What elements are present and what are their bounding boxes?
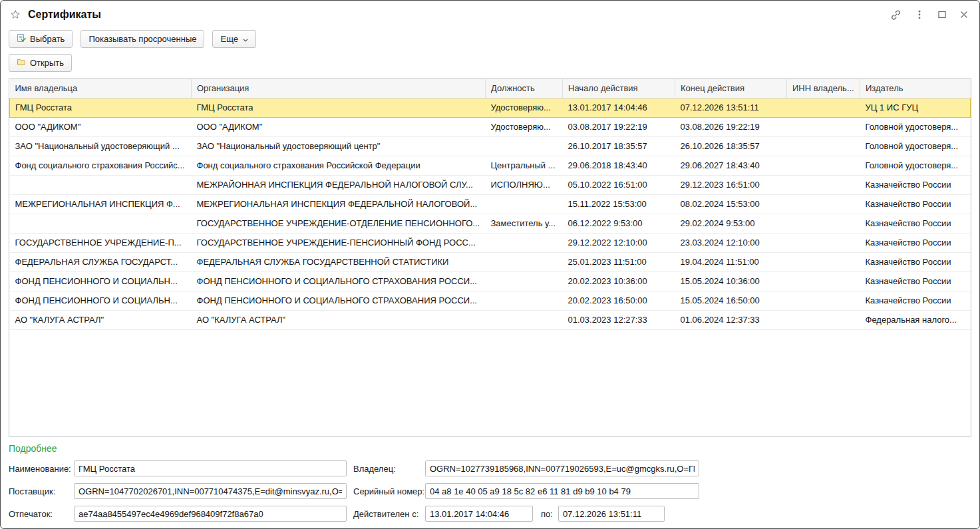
more-menu-icon[interactable] [914,9,925,20]
table-row[interactable]: ГОСУДАРСТВЕННОЕ УЧРЕЖДЕНИЕ-П... ГОСУДАРС… [10,233,971,252]
cell-organization: ГОСУДАРСТВЕННОЕ УЧРЕЖДЕНИЕ-ПЕНСИОННЫЙ ФО… [192,233,486,252]
cell-valid-from: 29.12.2022 12:10:00 [563,233,675,252]
details-link[interactable]: Подробнее [9,443,57,454]
maximize-button[interactable] [937,10,947,19]
thumbprint-field[interactable] [74,506,347,522]
table-row[interactable]: ФОНД ПЕНСИОННОГО И СОЦИАЛЬН... ФОНД ПЕНС… [10,291,971,310]
cell-valid-to: 26.10.2026 18:35:57 [675,136,787,156]
cell-organization: ФОНД ПЕНСИОННОГО И СОЦИАЛЬНОГО СТРАХОВАН… [192,271,486,291]
table-row[interactable]: МЕЖРЕГИОНАЛЬНАЯ ИНСПЕКЦИЯ Ф... МЕЖРЕГИОН… [10,194,971,214]
show-expired-button[interactable]: Показывать просроченные [81,30,204,48]
table-row[interactable]: МЕЖРАЙОННАЯ ИНСПЕКЦИЯ ФЕДЕРАЛЬНОЙ НАЛОГО… [10,175,971,194]
cell-position: ИСПОЛНЯЮ... [486,175,563,194]
cell-inn [787,175,860,194]
valid-to-field[interactable] [558,506,665,522]
cell-position: Центральный ... [486,156,563,175]
more-button[interactable]: Еще [212,30,255,48]
get-link-icon[interactable] [890,9,901,21]
cell-valid-to: 23.03.2024 12:10:00 [675,233,787,252]
table-row[interactable]: ФЕДЕРАЛЬНАЯ СЛУЖБА ГОСУДАРСТ... ФЕДЕРАЛЬ… [10,252,971,271]
cell-organization: МЕЖРЕГИОНАЛЬНАЯ ИНСПЕКЦИЯ ФЕДЕРАЛЬНОЙ НА… [192,194,486,214]
name-field[interactable] [74,460,347,476]
cell-owner-name: АО "КАЛУГА АСТРАЛ" [10,310,192,329]
table-row[interactable]: Фонд социального страхования Российс... … [10,156,971,175]
title-bar: Сертификаты [1,1,979,29]
supplier-field[interactable] [74,483,347,499]
column-header-valid-to[interactable]: Конец действия [675,79,787,98]
cell-valid-from: 15.11.2022 15:53:00 [563,194,675,214]
cell-position: Заместитель у... [486,214,563,233]
column-header-organization[interactable]: Организация [192,79,486,98]
cell-organization: ЗАО "Национальный удостоверяющий центр" [192,136,486,156]
column-header-position[interactable]: Должность [486,79,563,98]
close-button[interactable] [959,10,969,19]
certificates-window: Сертификаты Выбрать Показывать просроч [0,0,980,529]
cell-position [486,271,563,291]
table-row[interactable]: ЗАО "Национальный удостоверяющий ... ЗАО… [10,136,971,156]
cell-organization: Фонд социального страхования Российской … [192,156,486,175]
table-row[interactable]: ФОНД ПЕНСИОННОГО И СОЦИАЛЬН... ФОНД ПЕНС… [10,271,971,291]
cell-inn [787,98,860,117]
table-row[interactable]: ГМЦ Росстата ГМЦ Росстата Удостоверяю...… [10,98,971,117]
column-header-owner-name[interactable]: Имя владельца [10,79,192,98]
cell-valid-from: 25.01.2023 11:51:00 [563,252,675,271]
cell-valid-from: 06.12.2022 9:53:00 [563,214,675,233]
table-row[interactable]: ГОСУДАРСТВЕННОЕ УЧРЕЖДЕНИЕ-ОТДЕЛЕНИЕ ПЕН… [10,214,971,233]
cell-valid-from: 26.10.2017 18:35:57 [563,136,675,156]
open-button-label: Открыть [30,58,64,68]
column-header-inn[interactable]: ИНН владель... [787,79,860,98]
cell-valid-to: 07.12.2026 13:51:11 [675,98,787,117]
valid-from-label: Действителен с: [353,509,425,519]
cell-valid-from: 20.02.2023 10:36:00 [563,271,675,291]
cell-inn [787,136,860,156]
owner-label: Владелец: [353,464,425,474]
owner-field[interactable] [425,460,699,476]
cell-inn [787,156,860,175]
cell-issuer: Головной удостоверя... [860,117,971,136]
cell-position: Удостоверяю... [486,117,563,136]
valid-to-label: по: [541,509,553,519]
cell-inn [787,291,860,310]
cell-issuer: Казначейство России [860,233,971,252]
details-row-3: Отпечаток: Действителен с: по: [9,506,971,522]
toolbar-row-1: Выбрать Показывать просроченные Еще [1,30,979,48]
cell-owner-name: ФОНД ПЕНСИОННОГО И СОЦИАЛЬН... [10,291,192,310]
details-row-2: Поставщик: Серийный номер: [9,483,971,499]
select-button[interactable]: Выбрать [9,30,73,48]
cell-organization: АО "КАЛУГА АСТРАЛ" [192,310,486,329]
page-title: Сертификаты [28,9,101,21]
cell-issuer: Казначейство России [860,271,971,291]
cell-issuer: Головной удостоверя... [860,156,971,175]
table-row[interactable]: ООО "АДИКОМ" ООО "АДИКОМ" Удостоверяю...… [10,117,971,136]
cell-valid-to: 29.06.2027 18:43:40 [675,156,787,175]
cell-valid-from: 13.01.2017 14:04:46 [563,98,675,117]
thumbprint-label: Отпечаток: [9,509,74,519]
open-icon [17,57,26,69]
cell-position [486,136,563,156]
column-header-issuer[interactable]: Издатель [860,79,971,98]
cell-issuer: Казначейство России [860,214,971,233]
show-expired-button-label: Показывать просроченные [88,34,196,44]
cell-organization: ООО "АДИКОМ" [192,117,486,136]
cell-owner-name: ФОНД ПЕНСИОННОГО И СОЦИАЛЬН... [10,271,192,291]
cell-inn [787,271,860,291]
cell-issuer: Казначейство России [860,252,971,271]
cell-organization: ГОСУДАРСТВЕННОЕ УЧРЕЖДЕНИЕ-ОТДЕЛЕНИЕ ПЕН… [192,214,486,233]
favorite-star-icon[interactable] [10,9,21,20]
cell-owner-name: ГМЦ Росстата [10,98,192,117]
table-row[interactable]: АО "КАЛУГА АСТРАЛ" АО "КАЛУГА АСТРАЛ" 01… [10,310,971,329]
cell-position [486,233,563,252]
cell-valid-to: 19.04.2024 11:51:00 [675,252,787,271]
cell-issuer: Казначейство России [860,291,971,310]
column-header-valid-from[interactable]: Начало действия [563,79,675,98]
cell-valid-to: 29.12.2023 16:51:00 [675,175,787,194]
valid-from-field[interactable] [425,506,533,522]
certificates-table: Имя владельца Организация Должность Нача… [9,79,971,437]
cell-issuer: Федеральная налого... [860,310,971,329]
cell-valid-to: 01.06.2024 12:37:33 [675,310,787,329]
supplier-label: Поставщик: [9,486,74,496]
serial-number-field[interactable] [425,483,699,499]
open-button[interactable]: Открыть [9,54,72,72]
cell-inn [787,194,860,214]
select-icon [17,33,26,45]
